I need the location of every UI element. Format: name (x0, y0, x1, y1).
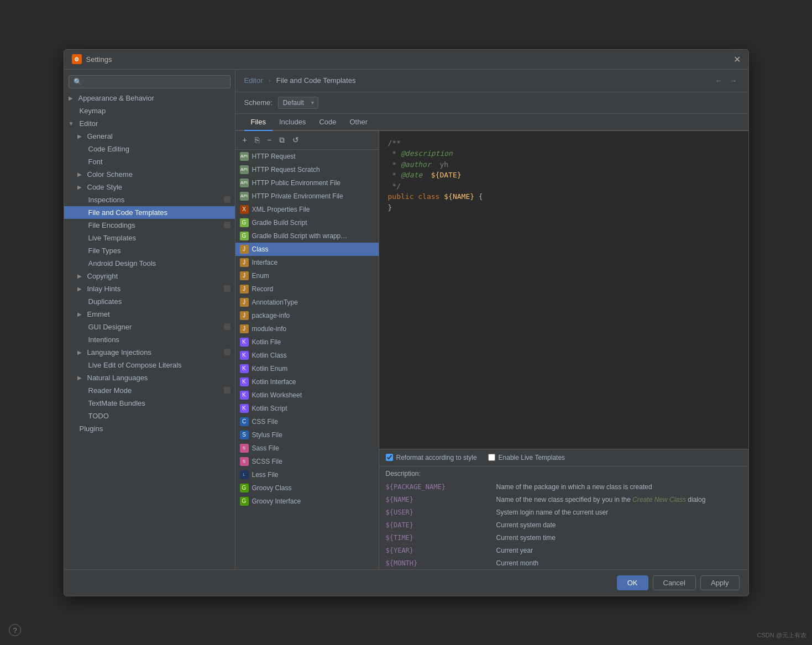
sidebar-item-gui-designer[interactable]: GUI Designer (64, 321, 235, 333)
sidebar-item-font[interactable]: Font (64, 155, 235, 168)
close-button[interactable]: ✕ (734, 54, 741, 65)
sidebar-item-inspections[interactable]: Inspections (64, 193, 235, 206)
sidebar-item-natural-languages[interactable]: ▶Natural Languages (64, 371, 235, 384)
file-item-gradle-build[interactable]: GGradle Build Script (235, 216, 379, 229)
file-item-gradle-build-wrapper[interactable]: GGradle Build Script with wrapp… (235, 229, 379, 243)
sidebar-item-todo[interactable]: TODO (64, 410, 235, 422)
sidebar-item-intentions[interactable]: Intentions (64, 333, 235, 346)
file-item-kotlin-file[interactable]: KKotlin File (235, 335, 379, 349)
tab-includes[interactable]: Includes (273, 114, 312, 131)
desc-var: ${PACKAGE_NAME} (379, 481, 490, 494)
file-label-class: Class (252, 245, 269, 253)
file-item-kotlin-class[interactable]: KKotlin Class (235, 349, 379, 362)
app-icon: ⚙ (72, 54, 82, 64)
sidebar-item-label-duplicates: Duplicates (88, 297, 122, 306)
sidebar-item-label-color-scheme: Color Scheme (87, 170, 133, 179)
sidebar-item-file-encodings[interactable]: File Encodings (64, 219, 235, 232)
live-templates-checkbox-label[interactable]: Enable Live Templates (488, 454, 565, 462)
desc-var: ${USER} (379, 506, 490, 518)
desc-text: Current month (490, 557, 748, 569)
duplicate-template-button[interactable]: ⧉ (276, 134, 287, 146)
copy-template-button[interactable]: ⎘ (252, 134, 262, 145)
file-item-enum[interactable]: JEnum (235, 269, 379, 282)
file-item-css-file[interactable]: CCSS File (235, 415, 379, 428)
sidebar-item-emmet[interactable]: ▶Emmet (64, 308, 235, 321)
sidebar-item-code-editing[interactable]: Code Editing (64, 143, 235, 155)
sidebar-item-editor[interactable]: ▼Editor (64, 117, 235, 130)
search-input[interactable] (69, 75, 230, 88)
apply-button[interactable]: Apply (700, 575, 740, 590)
tab-files[interactable]: Files (244, 114, 273, 131)
file-label-gradle-build-wrapper: Gradle Build Script with wrapp… (252, 232, 348, 240)
file-label-kotlin-file: Kotlin File (252, 338, 281, 346)
sidebar-item-code-style[interactable]: ▶Code Style (64, 181, 235, 193)
file-icon-groovy-interface: G (240, 497, 249, 506)
sidebar-item-label-live-edit-compose: Live Edit of Compose Literals (88, 361, 182, 369)
file-item-kotlin-interface[interactable]: KKotlin Interface (235, 375, 379, 389)
sidebar-item-duplicates[interactable]: Duplicates (64, 295, 235, 308)
file-item-kotlin-worksheet[interactable]: KKotlin Worksheet (235, 389, 379, 402)
sidebar-item-live-templates[interactable]: Live Templates (64, 232, 235, 244)
sidebar-item-general[interactable]: ▶General (64, 130, 235, 143)
file-item-http-public-env[interactable]: APIHTTP Public Environment File (235, 176, 379, 190)
file-item-stylus-file[interactable]: SStylus File (235, 428, 379, 442)
file-item-record[interactable]: JRecord (235, 282, 379, 296)
sidebar-item-appearance[interactable]: ▶Appearance & Behavior (64, 92, 235, 104)
file-item-sass-file[interactable]: SSass File (235, 442, 379, 455)
file-item-class[interactable]: JClass (235, 243, 379, 256)
settings-dialog: ⚙ Settings ✕ ▶Appearance & BehaviorKeyma… (64, 49, 749, 596)
code-line-7: } (388, 202, 740, 213)
file-item-http-request-scratch[interactable]: APIHTTP Request Scratch (235, 163, 379, 176)
ok-button[interactable]: OK (617, 575, 648, 590)
sidebar-item-reader-mode[interactable]: Reader Mode (64, 384, 235, 397)
file-item-less-file[interactable]: LLess File (235, 468, 379, 481)
sidebar-item-file-and-code-templates[interactable]: File and Code Templates (64, 206, 235, 219)
file-item-http-request[interactable]: APIHTTP Request (235, 150, 379, 163)
file-item-kotlin-enum[interactable]: KKotlin Enum (235, 362, 379, 375)
add-template-button[interactable]: + (240, 134, 250, 145)
sidebar-item-keymap[interactable]: Keymap (64, 104, 235, 117)
file-item-module-info[interactable]: Jmodule-info (235, 322, 379, 335)
tab-code[interactable]: Code (312, 114, 343, 131)
file-label-groovy-interface: Groovy Interface (252, 497, 301, 505)
file-item-package-info[interactable]: Jpackage-info (235, 309, 379, 322)
sidebar-item-left: ▶Natural Languages (77, 374, 148, 382)
nav-forward-button[interactable]: → (727, 75, 740, 86)
sidebar-item-language-injections[interactable]: ▶Language Injections (64, 346, 235, 359)
remove-template-button[interactable]: − (264, 134, 274, 145)
sidebar-item-android-design-tools[interactable]: Android Design Tools (64, 257, 235, 270)
help-button[interactable]: ? (9, 624, 21, 636)
reset-template-button[interactable]: ↺ (290, 134, 302, 145)
file-item-interface[interactable]: JInterface (235, 256, 379, 269)
file-label-stylus-file: Stylus File (252, 431, 282, 439)
sidebar-item-copyright[interactable]: ▶Copyright (64, 270, 235, 282)
sidebar-item-file-types[interactable]: File Types (64, 244, 235, 257)
nav-back-button[interactable]: ← (713, 75, 725, 86)
file-item-http-private-env[interactable]: APIHTTP Private Environment File (235, 190, 379, 203)
file-item-groovy-interface[interactable]: GGroovy Interface (235, 495, 379, 508)
sidebar-item-label-file-types: File Types (88, 247, 121, 255)
reformat-checkbox[interactable] (386, 454, 393, 461)
sidebar-item-color-scheme[interactable]: ▶Color Scheme (64, 168, 235, 181)
file-item-groovy-class[interactable]: GGroovy Class (235, 481, 379, 495)
sidebar-item-label-plugins: Plugins (80, 424, 103, 433)
tab-other[interactable]: Other (343, 114, 374, 131)
sidebar-item-textmate-bundles[interactable]: TextMate Bundles (64, 397, 235, 410)
scheme-row: Scheme: Default (235, 92, 748, 114)
scheme-select[interactable]: Default (278, 97, 318, 109)
cancel-button[interactable]: Cancel (653, 575, 696, 590)
file-item-scss-file[interactable]: SSCSS File (235, 455, 379, 468)
sidebar-item-plugins[interactable]: Plugins (64, 422, 235, 435)
reformat-checkbox-label[interactable]: Reformat according to style (386, 454, 477, 462)
file-item-annotation-type[interactable]: JAnnotationType (235, 296, 379, 309)
sidebar-item-inlay-hints[interactable]: ▶Inlay Hints (64, 282, 235, 295)
sidebar-item-live-edit-compose[interactable]: Live Edit of Compose Literals (64, 359, 235, 371)
file-item-kotlin-script[interactable]: KKotlin Script (235, 402, 379, 415)
code-editor[interactable]: /** * @description * @author yh * @date … (379, 131, 748, 449)
file-item-xml-properties[interactable]: XXML Properties File (235, 203, 379, 216)
file-icon-http-request: API (240, 152, 249, 161)
desc-row: ${DATE}Current system date (379, 518, 748, 531)
expand-arrow-natural-languages: ▶ (77, 375, 82, 381)
file-icon-groovy-class: G (240, 484, 249, 492)
live-templates-checkbox[interactable] (488, 454, 495, 461)
